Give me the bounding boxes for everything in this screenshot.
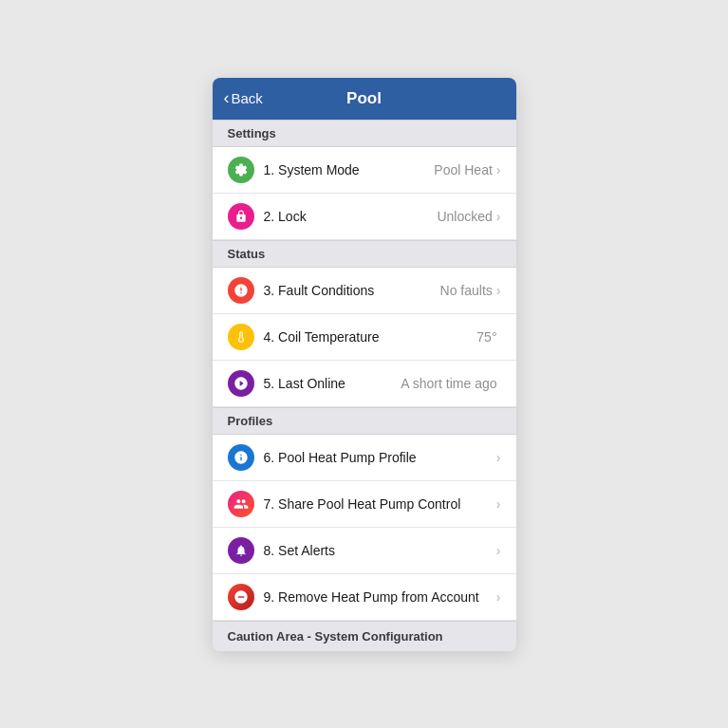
fault-number: 3. Fault Conditions: [264, 283, 440, 298]
last-online-icon: [228, 370, 254, 397]
pool-profile-number: 6. Pool Heat Pump Profile: [264, 450, 496, 465]
system-mode-value: Pool Heat: [434, 162, 492, 177]
lock-value: Unlocked: [437, 209, 492, 224]
fault-value: No faults: [440, 283, 493, 298]
coil-temp-value: 75°: [476, 329, 496, 345]
set-alerts-chevron-icon: ›: [496, 543, 501, 558]
lock-chevron-icon: ›: [496, 209, 501, 224]
system-mode-item[interactable]: 1. System Mode Pool Heat ›: [213, 147, 516, 194]
share-chevron-icon: ›: [496, 496, 501, 512]
coil-temp-item[interactable]: 4. Coil Temperature 75°: [213, 314, 516, 361]
last-online-number: 5. Last Online: [264, 376, 401, 391]
share-control-icon: [228, 491, 254, 517]
coil-temp-icon: [228, 324, 254, 350]
remove-number: 9. Remove Heat Pump from Account: [264, 589, 496, 605]
app-container: ‹ Back Pool Settings 1. System Mode Pool…: [213, 78, 516, 651]
remove-chevron-icon: ›: [496, 589, 501, 605]
system-mode-chevron-icon: ›: [496, 162, 501, 177]
status-section-header: Status: [213, 240, 516, 268]
caution-section-header: Caution Area - System Configuration: [213, 621, 516, 651]
lock-icon: [228, 203, 254, 230]
system-mode-icon: [228, 157, 254, 183]
fault-chevron-icon: ›: [496, 283, 501, 298]
pool-profile-icon: [228, 444, 254, 471]
lock-number: 2. Lock: [264, 209, 438, 224]
page-title: Pool: [346, 89, 382, 108]
back-label: Back: [232, 90, 263, 106]
lock-item[interactable]: 2. Lock Unlocked ›: [213, 194, 516, 240]
back-chevron-icon: ‹: [224, 89, 230, 106]
header: ‹ Back Pool: [213, 78, 516, 120]
last-online-value: A short time ago: [401, 376, 496, 391]
fault-conditions-item[interactable]: 3. Fault Conditions No faults ›: [213, 268, 516, 314]
set-alerts-item[interactable]: 8. Set Alerts ›: [213, 528, 516, 574]
system-mode-label: 1. System Mode: [264, 162, 435, 177]
profiles-section-header: Profiles: [213, 407, 516, 435]
set-alerts-number: 8. Set Alerts: [264, 543, 496, 558]
fault-conditions-icon: [228, 277, 254, 304]
pool-profile-chevron-icon: ›: [496, 450, 501, 465]
share-number: 7. Share Pool Heat Pump Control: [264, 496, 496, 512]
pool-heat-pump-profile-item[interactable]: 6. Pool Heat Pump Profile ›: [213, 435, 516, 481]
settings-section-header: Settings: [213, 120, 516, 147]
coil-temp-number: 4. Coil Temperature: [264, 329, 477, 345]
share-control-item[interactable]: 7. Share Pool Heat Pump Control ›: [213, 481, 516, 528]
last-online-item[interactable]: 5. Last Online A short time ago: [213, 361, 516, 407]
back-button[interactable]: ‹ Back: [224, 90, 263, 106]
set-alerts-icon: [228, 537, 254, 564]
remove-heat-pump-item[interactable]: 9. Remove Heat Pump from Account ›: [213, 574, 516, 621]
remove-heat-pump-icon: [228, 584, 254, 610]
